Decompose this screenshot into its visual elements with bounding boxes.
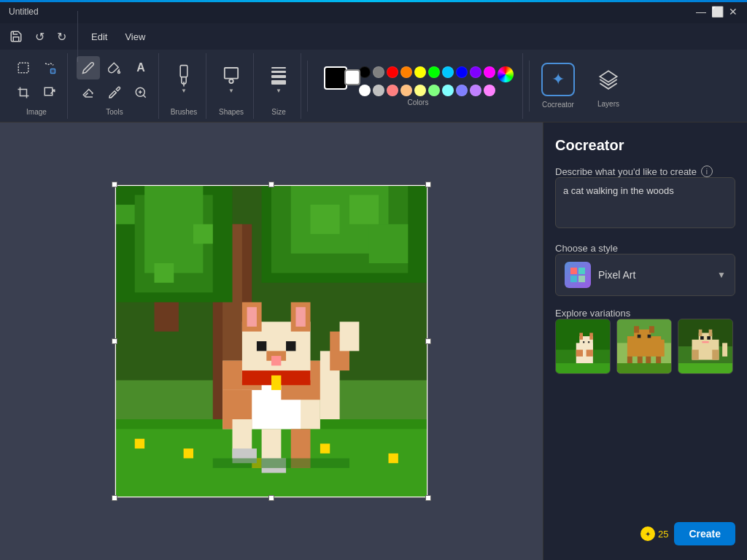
background-color[interactable] [344, 69, 360, 85]
shapes-button[interactable]: ▼ [215, 58, 247, 101]
maximize-button[interactable]: ⬜ [712, 7, 722, 17]
swatch-lgreen[interactable] [428, 85, 440, 96]
colors-label: Colors [408, 98, 429, 106]
prompt-textarea[interactable]: a cat walking in the woods [555, 177, 735, 228]
svg-rect-88 [658, 340, 665, 357]
pencil-tool[interactable] [77, 56, 100, 79]
svg-rect-2 [44, 88, 53, 96]
svg-rect-62 [578, 268, 585, 274]
swatch-lcyan[interactable] [442, 85, 454, 96]
handle-top-left[interactable] [112, 182, 117, 187]
text-tool[interactable]: A [129, 56, 152, 79]
svg-rect-24 [193, 225, 213, 244]
menu-item-edit[interactable]: Edit [84, 28, 115, 45]
svg-rect-61 [570, 268, 577, 274]
swatch-red[interactable] [387, 66, 398, 78]
handle-bottom-left[interactable] [112, 495, 117, 501]
svg-rect-97 [707, 336, 711, 340]
svg-rect-49 [271, 356, 281, 365]
canvas-image[interactable] [115, 184, 428, 498]
zoom-tool[interactable] [129, 81, 152, 104]
size-group-label: Size [271, 108, 285, 116]
svg-rect-47 [286, 341, 295, 351]
svg-rect-52 [340, 322, 360, 351]
title-bar-controls: — ⬜ ✕ [696, 7, 738, 17]
create-button[interactable]: Create [674, 522, 735, 545]
menu-item-view[interactable]: View [117, 28, 152, 45]
info-icon[interactable]: i [701, 166, 713, 177]
swatch-lpurple[interactable] [470, 85, 481, 96]
swatch-white[interactable] [359, 85, 371, 96]
fill-tool[interactable] [103, 56, 126, 79]
svg-point-10 [229, 79, 233, 84]
handle-bottom-middle[interactable] [268, 495, 274, 501]
svg-rect-34 [320, 443, 330, 453]
handle-top-middle[interactable] [268, 182, 274, 187]
eraser-tool[interactable] [77, 81, 100, 104]
variations-section: Explore variations [555, 308, 735, 374]
minimize-button[interactable]: — [696, 7, 706, 17]
layers-ribbon-button[interactable] [589, 63, 627, 96]
handle-top-right[interactable] [425, 182, 431, 187]
color-swatches-grid [359, 66, 514, 96]
swatch-purple[interactable] [470, 66, 481, 78]
variation-3[interactable] [678, 319, 733, 374]
swatch-cyan[interactable] [442, 66, 454, 78]
swatch-lgray[interactable] [373, 85, 384, 96]
swatch-lpink[interactable] [484, 85, 495, 96]
svg-rect-100 [712, 350, 719, 360]
save-button[interactable] [6, 26, 26, 47]
svg-rect-44 [247, 307, 257, 327]
swatch-green[interactable] [428, 66, 440, 78]
swatch-gray[interactable] [373, 66, 384, 78]
swatch-lorange[interactable] [400, 85, 412, 96]
image-tools-row2 [12, 81, 61, 104]
select-free-tool[interactable] [38, 56, 61, 79]
variation-1[interactable] [555, 319, 611, 374]
style-dropdown[interactable]: Pixel Art ▼ [555, 254, 735, 296]
svg-rect-28 [349, 195, 379, 224]
panel-title: Cocreator [555, 137, 735, 154]
swatch-lred[interactable] [387, 85, 398, 96]
prompt-section: Describe what you'd like to create i a c… [555, 166, 735, 231]
cocreator-ribbon-label: Cocreator [542, 101, 574, 109]
swatch-black[interactable] [359, 66, 371, 78]
transform-tool[interactable] [38, 81, 61, 104]
select-rect-tool[interactable] [12, 56, 35, 79]
crop-tool[interactable] [12, 81, 35, 104]
credits-icon: ✦ [640, 526, 655, 541]
swatch-lblue[interactable] [456, 85, 468, 96]
variations-label: Explore variations [555, 308, 735, 319]
svg-line-4 [143, 95, 145, 97]
swatch-magenta[interactable] [484, 66, 495, 78]
swatch-yellow[interactable] [414, 66, 426, 78]
svg-rect-26 [311, 205, 340, 234]
tools-row2 [77, 81, 152, 104]
svg-rect-46 [257, 341, 266, 351]
undo-button[interactable]: ↺ [29, 26, 50, 47]
handle-bottom-right[interactable] [425, 495, 431, 501]
svg-rect-45 [295, 307, 305, 327]
cocreator-ribbon-button[interactable]: ✦ [541, 63, 575, 96]
swatch-orange[interactable] [400, 66, 412, 78]
style-name: Pixel Art [598, 269, 710, 281]
color-picker-tool[interactable] [103, 81, 126, 104]
swatch-blue[interactable] [456, 66, 468, 78]
svg-rect-64 [578, 276, 585, 282]
handle-middle-left[interactable] [112, 338, 117, 344]
spectrum-button[interactable] [498, 66, 514, 82]
handle-middle-right[interactable] [425, 338, 431, 344]
color-pair [322, 65, 355, 97]
redo-button[interactable]: ↻ [51, 26, 71, 47]
size-button[interactable]: ▼ [263, 58, 295, 101]
swatch-lyellow[interactable] [414, 85, 426, 96]
brushes-button[interactable]: ▼ [168, 58, 200, 101]
svg-rect-81 [649, 326, 654, 332]
ribbon-group-brushes: ▼ Brushes [162, 53, 206, 119]
close-button[interactable]: ✕ [728, 7, 738, 17]
brushes-group-label: Brushes [171, 108, 198, 116]
svg-rect-71 [583, 341, 584, 343]
variation-2[interactable] [616, 319, 672, 374]
swatch-empty [498, 85, 509, 96]
canvas-area[interactable] [0, 122, 543, 560]
